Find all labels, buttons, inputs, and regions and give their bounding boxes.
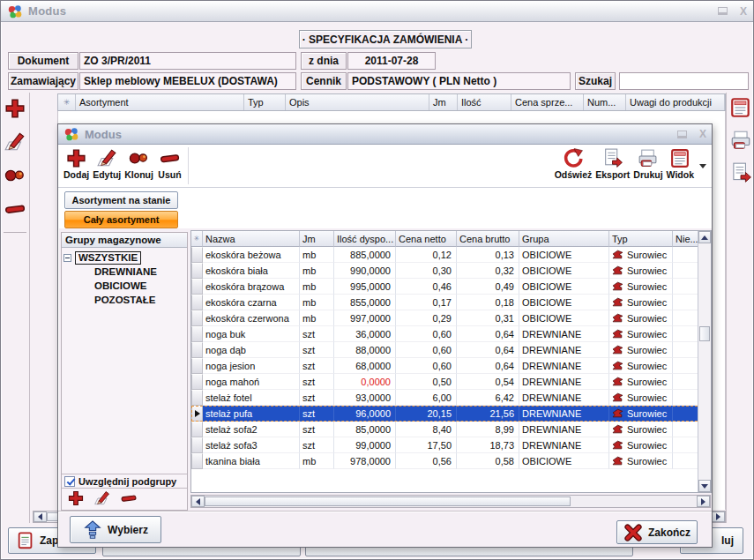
print-button[interactable] — [728, 128, 753, 153]
scroll-right-icon[interactable] — [697, 496, 710, 507]
main-column-header[interactable]: Num... — [584, 94, 626, 110]
minimize-icon[interactable] — [718, 7, 728, 15]
cell-brutto: 0,58 — [457, 453, 519, 469]
odswiez-button[interactable]: Odśwież — [553, 146, 594, 181]
row-marker[interactable] — [191, 326, 203, 342]
tree-item-pozostałe[interactable]: POZOSTAŁE — [62, 293, 187, 307]
cell-brutto: 0,64 — [457, 358, 519, 374]
minimize-icon[interactable] — [677, 131, 687, 138]
tree-item-wszystkie[interactable]: WSZYSTKIE — [62, 250, 187, 265]
dodaj-button[interactable]: Dodaj — [62, 146, 91, 181]
row-marker[interactable] — [191, 453, 203, 469]
table-row[interactable]: stelaż sofa2szt85,00008,408,99DREWNIANES… — [191, 422, 711, 437]
row-marker[interactable] — [191, 437, 203, 453]
dialog-column-header[interactable]: Jm — [300, 231, 334, 247]
clone-button[interactable] — [3, 163, 27, 188]
zakoncz-button[interactable]: Zakończ — [616, 520, 698, 544]
dialog-column-header[interactable]: Ilość dyspo... — [334, 231, 396, 247]
row-marker[interactable] — [191, 422, 203, 437]
checkbox-checked-icon[interactable] — [64, 476, 75, 487]
group-add-button[interactable] — [67, 489, 85, 509]
row-marker[interactable] — [191, 390, 203, 406]
main-column-header[interactable]: Cena sprze... — [511, 94, 584, 110]
main-column-header[interactable]: Jm — [429, 94, 458, 110]
row-marker[interactable] — [191, 295, 203, 310]
tree-expander-icon[interactable] — [63, 254, 71, 262]
table-row[interactable]: noga mahońszt0,00000,500,54DREWNIANESuro… — [191, 374, 711, 390]
table-row[interactable]: noga bukszt36,00000,600,64DREWNIANESurow… — [191, 326, 711, 342]
main-column-header[interactable]: Typ — [244, 94, 286, 110]
row-marker[interactable] — [191, 310, 203, 326]
table-row[interactable]: stelaż fotelszt93,00006,006,42DREWNIANES… — [191, 390, 711, 406]
klonuj-button[interactable]: Klonuj — [123, 146, 155, 181]
scroll-up-icon[interactable] — [698, 231, 711, 243]
row-marker[interactable] — [191, 406, 203, 422]
dialog-column-header[interactable]: Cena netto — [396, 231, 457, 247]
edytuj-button[interactable]: Edytuj — [91, 146, 123, 181]
dialog-column-header[interactable]: Nie... — [673, 231, 699, 247]
cell-grupa: OBICIOWE — [519, 310, 609, 326]
dialog-v-scrollbar[interactable] — [698, 231, 711, 492]
tree-item-obiciowe[interactable]: OBICIOWE — [62, 279, 187, 293]
table-row[interactable]: ekoskóra białamb990,00000,300,32OBICIOWE… — [191, 263, 711, 279]
table-row[interactable]: stelaż pufaszt96,000020,1521,56DREWNIANE… — [191, 406, 711, 422]
v-scrollbar-thumb[interactable] — [699, 326, 710, 341]
dialog-column-header[interactable]: Cena brutto — [457, 231, 519, 247]
row-marker[interactable] — [191, 247, 203, 263]
add-button[interactable] — [3, 96, 27, 121]
usun-button[interactable]: Usuń — [155, 146, 184, 181]
wybierz-button[interactable]: Wybierz — [70, 516, 161, 543]
szukaj-input[interactable] — [619, 72, 749, 90]
group-edit-button[interactable] — [93, 489, 111, 509]
table-row[interactable]: ekoskóra czerwonamb997,00000,290,31OBICI… — [191, 310, 711, 326]
cell-typ: Surowiec — [609, 453, 673, 469]
cell-brutto: 0,49 — [457, 279, 519, 295]
row-marker[interactable] — [191, 279, 203, 295]
table-row[interactable]: noga jesionszt68,00000,600,64DREWNIANESu… — [191, 358, 711, 374]
row-marker[interactable] — [191, 358, 203, 374]
scroll-left-icon[interactable] — [34, 511, 47, 522]
table-row[interactable]: ekoskóra beżowamb885,00000,120,13OBICIOW… — [191, 247, 711, 263]
dialog-column-header[interactable]: Typ — [609, 231, 673, 247]
close-icon[interactable]: X — [699, 128, 706, 140]
main-column-header[interactable]: Opis — [286, 94, 429, 110]
table-row[interactable]: noga dąbszt88,00000,600,64DREWNIANESurow… — [191, 342, 711, 358]
tab-asortyment-na-stanie[interactable]: Asortyment na stanie — [64, 191, 178, 209]
table-row[interactable]: stelaż sofa3szt99,000017,5018,73DREWNIAN… — [191, 437, 711, 453]
main-column-header[interactable]: Asortyment — [76, 94, 244, 110]
table-row[interactable]: ekoskóra brązowamb995,00000,460,49OBICIO… — [191, 279, 711, 295]
delete-button[interactable] — [3, 197, 27, 221]
main-column-header[interactable]: Uwagi do produkcji — [626, 94, 725, 110]
export-button[interactable] — [728, 161, 753, 185]
row-marker[interactable] — [191, 342, 203, 358]
view-button[interactable] — [728, 95, 753, 120]
surowiec-icon — [612, 408, 623, 418]
widok-dropdown-arrow-icon[interactable] — [699, 164, 706, 172]
cell-jm: szt — [300, 437, 334, 453]
zamawiajacy-label: Zamawiający — [8, 72, 78, 90]
group-delete-button[interactable] — [120, 489, 138, 509]
dialog-column-header[interactable]: Nazwa — [203, 231, 300, 247]
widok-button[interactable]: Widok — [665, 146, 696, 181]
edit-button[interactable] — [3, 130, 27, 154]
table-row[interactable]: tkanina białamb978,00000,560,58OBICIOWES… — [191, 453, 711, 469]
cell-grupa: OBICIOWE — [519, 279, 609, 295]
row-marker[interactable] — [191, 263, 203, 279]
main-titlebar: Modus X — [1, 1, 753, 22]
eksport-button[interactable]: Eksport — [593, 146, 631, 181]
dialog-column-header[interactable]: Grupa — [519, 231, 609, 247]
cell-nie — [673, 295, 699, 310]
close-icon[interactable]: X — [740, 5, 747, 18]
tree-item-drewniane[interactable]: DREWNIANE — [62, 265, 187, 279]
scroll-right-icon[interactable] — [712, 511, 725, 522]
table-row[interactable]: ekoskóra czarnamb855,00000,170,18OBICIOW… — [191, 295, 711, 310]
h-scrollbar-thumb[interactable] — [205, 497, 571, 506]
dialog-h-scrollbar[interactable] — [190, 495, 711, 508]
main-column-header[interactable]: Ilość — [458, 94, 511, 110]
drukuj-button[interactable]: Drukuj — [631, 146, 664, 181]
scroll-left-icon[interactable] — [191, 496, 205, 507]
include-subgroups-row[interactable]: Uwzględnij podgrupy — [62, 474, 187, 488]
scroll-down-icon[interactable] — [698, 480, 711, 492]
row-marker[interactable] — [191, 374, 203, 390]
tab-caly-asortyment[interactable]: Cały asortyment — [64, 211, 178, 228]
